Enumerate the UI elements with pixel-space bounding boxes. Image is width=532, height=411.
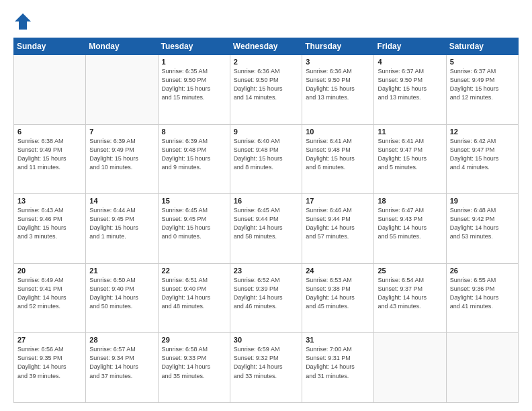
calendar-cell: 28Sunrise: 6:57 AM Sunset: 9:34 PM Dayli… — [86, 333, 158, 403]
calendar-cell: 10Sunrise: 6:41 AM Sunset: 9:48 PM Dayli… — [302, 124, 374, 194]
day-number: 20 — [17, 267, 82, 275]
day-info: Sunrise: 6:44 AM Sunset: 9:45 PM Dayligh… — [89, 206, 154, 241]
calendar-table: SundayMondayTuesdayWednesdayThursdayFrid… — [13, 38, 519, 403]
calendar-week-row: 20Sunrise: 6:49 AM Sunset: 9:41 PM Dayli… — [14, 263, 519, 333]
calendar-cell: 25Sunrise: 6:54 AM Sunset: 9:37 PM Dayli… — [374, 263, 446, 333]
day-info: Sunrise: 6:36 AM Sunset: 9:50 PM Dayligh… — [234, 67, 298, 102]
day-info: Sunrise: 6:45 AM Sunset: 9:45 PM Dayligh… — [162, 206, 226, 241]
day-info: Sunrise: 6:56 AM Sunset: 9:35 PM Dayligh… — [17, 345, 82, 380]
day-info: Sunrise: 6:53 AM Sunset: 9:38 PM Dayligh… — [306, 276, 370, 311]
calendar-cell: 8Sunrise: 6:39 AM Sunset: 9:48 PM Daylig… — [158, 124, 230, 194]
page: SundayMondayTuesdayWednesdayThursdayFrid… — [0, 0, 532, 411]
day-info: Sunrise: 6:45 AM Sunset: 9:44 PM Dayligh… — [234, 206, 298, 241]
calendar-cell: 11Sunrise: 6:41 AM Sunset: 9:47 PM Dayli… — [374, 124, 446, 194]
day-info: Sunrise: 6:54 AM Sunset: 9:37 PM Dayligh… — [378, 276, 442, 311]
calendar-cell: 5Sunrise: 6:37 AM Sunset: 9:49 PM Daylig… — [446, 55, 518, 125]
calendar-cell: 27Sunrise: 6:56 AM Sunset: 9:35 PM Dayli… — [14, 333, 86, 403]
calendar-week-row: 13Sunrise: 6:43 AM Sunset: 9:46 PM Dayli… — [14, 194, 519, 264]
day-info: Sunrise: 6:41 AM Sunset: 9:47 PM Dayligh… — [378, 137, 442, 172]
day-number: 8 — [162, 128, 226, 136]
day-info: Sunrise: 6:57 AM Sunset: 9:34 PM Dayligh… — [89, 345, 154, 380]
day-number: 16 — [234, 197, 298, 205]
day-info: Sunrise: 6:52 AM Sunset: 9:39 PM Dayligh… — [234, 276, 298, 311]
calendar-cell: 1Sunrise: 6:35 AM Sunset: 9:50 PM Daylig… — [158, 55, 230, 125]
day-info: Sunrise: 6:43 AM Sunset: 9:46 PM Dayligh… — [17, 206, 82, 241]
day-info: Sunrise: 6:58 AM Sunset: 9:33 PM Dayligh… — [162, 345, 226, 380]
day-info: Sunrise: 6:59 AM Sunset: 9:32 PM Dayligh… — [234, 345, 298, 380]
calendar-cell — [374, 333, 446, 403]
calendar-cell: 20Sunrise: 6:49 AM Sunset: 9:41 PM Dayli… — [14, 263, 86, 333]
calendar-week-row: 6Sunrise: 6:38 AM Sunset: 9:49 PM Daylig… — [14, 124, 519, 194]
calendar-cell: 6Sunrise: 6:38 AM Sunset: 9:49 PM Daylig… — [14, 124, 86, 194]
day-info: Sunrise: 6:42 AM Sunset: 9:47 PM Dayligh… — [450, 137, 515, 172]
calendar-cell: 12Sunrise: 6:42 AM Sunset: 9:47 PM Dayli… — [446, 124, 518, 194]
day-number: 29 — [162, 336, 226, 344]
calendar-cell: 21Sunrise: 6:50 AM Sunset: 9:40 PM Dayli… — [86, 263, 158, 333]
day-info: Sunrise: 6:55 AM Sunset: 9:36 PM Dayligh… — [450, 276, 515, 311]
weekday-header-thursday: Thursday — [302, 38, 374, 55]
day-info: Sunrise: 6:39 AM Sunset: 9:48 PM Dayligh… — [162, 137, 226, 172]
day-number: 5 — [450, 58, 515, 66]
day-number: 21 — [89, 267, 154, 275]
day-number: 24 — [306, 267, 370, 275]
calendar-week-row: 1Sunrise: 6:35 AM Sunset: 9:50 PM Daylig… — [14, 55, 519, 125]
day-number: 26 — [450, 267, 515, 275]
svg-marker-1 — [23, 13, 31, 30]
day-number: 1 — [162, 58, 226, 66]
day-number: 14 — [89, 197, 154, 205]
calendar-cell: 23Sunrise: 6:52 AM Sunset: 9:39 PM Dayli… — [230, 263, 302, 333]
day-info: Sunrise: 6:48 AM Sunset: 9:42 PM Dayligh… — [450, 206, 515, 241]
calendar-cell: 26Sunrise: 6:55 AM Sunset: 9:36 PM Dayli… — [446, 263, 518, 333]
day-info: Sunrise: 7:00 AM Sunset: 9:31 PM Dayligh… — [306, 345, 370, 380]
calendar-cell — [86, 55, 158, 125]
day-info: Sunrise: 6:40 AM Sunset: 9:48 PM Dayligh… — [234, 137, 298, 172]
day-number: 15 — [162, 197, 226, 205]
calendar-week-row: 27Sunrise: 6:56 AM Sunset: 9:35 PM Dayli… — [14, 333, 519, 403]
calendar-cell: 13Sunrise: 6:43 AM Sunset: 9:46 PM Dayli… — [14, 194, 86, 264]
calendar-cell: 19Sunrise: 6:48 AM Sunset: 9:42 PM Dayli… — [446, 194, 518, 264]
day-number: 17 — [306, 197, 370, 205]
day-number: 30 — [234, 336, 298, 344]
calendar-cell: 16Sunrise: 6:45 AM Sunset: 9:44 PM Dayli… — [230, 194, 302, 264]
day-number: 22 — [162, 267, 226, 275]
calendar-cell: 9Sunrise: 6:40 AM Sunset: 9:48 PM Daylig… — [230, 124, 302, 194]
weekday-header-monday: Monday — [86, 38, 158, 55]
logo — [13, 12, 35, 31]
weekday-header-row: SundayMondayTuesdayWednesdayThursdayFrid… — [14, 38, 519, 55]
calendar-cell: 4Sunrise: 6:37 AM Sunset: 9:50 PM Daylig… — [374, 55, 446, 125]
day-number: 19 — [450, 197, 515, 205]
calendar-cell: 30Sunrise: 6:59 AM Sunset: 9:32 PM Dayli… — [230, 333, 302, 403]
day-number: 11 — [378, 128, 442, 136]
day-info: Sunrise: 6:36 AM Sunset: 9:50 PM Dayligh… — [306, 67, 370, 102]
day-number: 18 — [378, 197, 442, 205]
day-number: 7 — [89, 128, 154, 136]
weekday-header-wednesday: Wednesday — [230, 38, 302, 55]
calendar-cell — [446, 333, 518, 403]
calendar-cell: 24Sunrise: 6:53 AM Sunset: 9:38 PM Dayli… — [302, 263, 374, 333]
day-number: 23 — [234, 267, 298, 275]
calendar-cell: 3Sunrise: 6:36 AM Sunset: 9:50 PM Daylig… — [302, 55, 374, 125]
day-info: Sunrise: 6:37 AM Sunset: 9:49 PM Dayligh… — [450, 67, 515, 102]
calendar-cell: 31Sunrise: 7:00 AM Sunset: 9:31 PM Dayli… — [302, 333, 374, 403]
day-number: 9 — [234, 128, 298, 136]
weekday-header-friday: Friday — [374, 38, 446, 55]
weekday-header-tuesday: Tuesday — [158, 38, 230, 55]
day-number: 28 — [89, 336, 154, 344]
calendar-cell: 22Sunrise: 6:51 AM Sunset: 9:40 PM Dayli… — [158, 263, 230, 333]
day-number: 10 — [306, 128, 370, 136]
calendar-cell: 18Sunrise: 6:47 AM Sunset: 9:43 PM Dayli… — [374, 194, 446, 264]
calendar-cell — [14, 55, 86, 125]
day-number: 4 — [378, 58, 442, 66]
day-number: 12 — [450, 128, 515, 136]
day-info: Sunrise: 6:35 AM Sunset: 9:50 PM Dayligh… — [162, 67, 226, 102]
day-number: 13 — [17, 197, 82, 205]
day-info: Sunrise: 6:51 AM Sunset: 9:40 PM Dayligh… — [162, 276, 226, 311]
day-info: Sunrise: 6:37 AM Sunset: 9:50 PM Dayligh… — [378, 67, 442, 102]
day-number: 3 — [306, 58, 370, 66]
day-number: 27 — [17, 336, 82, 344]
weekday-header-sunday: Sunday — [14, 38, 86, 55]
header — [13, 12, 519, 31]
calendar-cell: 14Sunrise: 6:44 AM Sunset: 9:45 PM Dayli… — [86, 194, 158, 264]
logo-icon — [13, 12, 32, 31]
day-number: 31 — [306, 336, 370, 344]
